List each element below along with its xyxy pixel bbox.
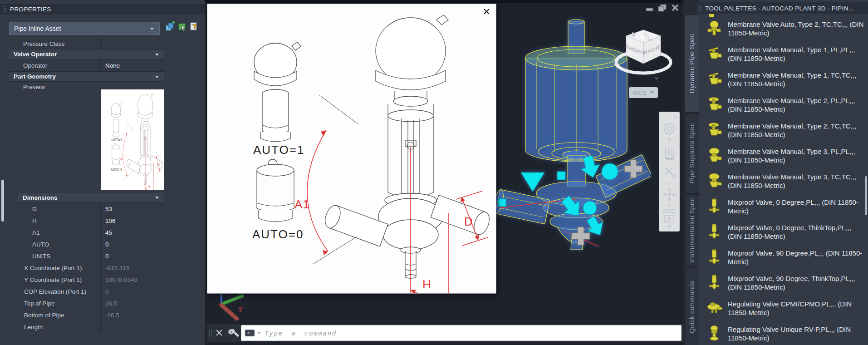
- tool-palette-item[interactable]: Regulating Valve Unique RV-P,PL,,, (DIN …: [702, 324, 866, 343]
- property-value: 45: [101, 229, 112, 236]
- valve-technical-drawing: AUTO=1 AUTO=0: [207, 4, 496, 293]
- tool-palette-item[interactable]: Mixproof Valve, 0 Degree,PL,,, (DIN 1185…: [702, 197, 866, 216]
- object-type-value: Pipe Inline Asset: [14, 25, 61, 32]
- wcs-label: WCS: [633, 89, 646, 96]
- chevron-down-icon[interactable]: [668, 205, 671, 207]
- property-label: Y Coordinate (Port 1): [18, 274, 101, 286]
- valve-icon: [706, 198, 722, 214]
- recent-commands-icon[interactable]: [257, 332, 261, 334]
- property-value: None: [101, 62, 120, 69]
- chevron-down-icon[interactable]: [668, 183, 671, 185]
- tool-palette-item[interactable]: Membrane Valve Manual, Type 3, TC,TC,,, …: [702, 172, 866, 191]
- property-row[interactable]: Length: [18, 321, 164, 333]
- select-objects-icon[interactable]: [179, 24, 185, 31]
- valve-icon: [706, 274, 722, 291]
- chevron-down-icon[interactable]: [668, 138, 671, 140]
- tool-palette-item-label: Mixproof Valve, 90 Degree, ThinkTop,PL,,…: [728, 274, 866, 291]
- section-part-geometry[interactable]: Part Geometry: [9, 71, 164, 82]
- compass-east[interactable]: E: [670, 57, 672, 61]
- section-valve-operator[interactable]: Valve Operator: [9, 49, 164, 59]
- palette-grip-icon[interactable]: [699, 5, 701, 11]
- close-window-icon[interactable]: [672, 5, 678, 10]
- navigation-wheel-icon[interactable]: [664, 123, 674, 133]
- tool-palette-item[interactable]: Membrane Valve Manual, Type 2, PL,PL,,, …: [702, 95, 866, 114]
- close-command-icon[interactable]: [216, 330, 222, 335]
- command-prompt-icon[interactable]: >_: [245, 330, 255, 336]
- property-label: Bottom of Pipe: [18, 309, 101, 321]
- property-value: -915.315: [101, 265, 129, 271]
- property-label: X Coordinate (Port 1): [18, 262, 101, 274]
- circle-grip[interactable]: [583, 201, 597, 215]
- minimize-icon[interactable]: [646, 8, 653, 11]
- tool-palette-item[interactable]: Mixproof Valve, 90 Degree, ThinkTop,PL,,…: [702, 273, 866, 292]
- palette-grip-icon[interactable]: [4, 6, 6, 12]
- tool-palette-item-label: Membrane Valve Manual, Type 2, TC,TC,,, …: [728, 122, 866, 139]
- viewcube[interactable]: W S E RIGHT FRONT TOP: [612, 24, 675, 83]
- property-row[interactable]: UNITS0: [26, 250, 164, 262]
- tab-dynamic-pipe-spec[interactable]: Dynamic Pipe Spec: [684, 15, 699, 113]
- square-grip[interactable]: [498, 199, 506, 207]
- catalog-preview-dialog: ✕ AUTO=1 AUTO=0: [207, 4, 496, 294]
- compass-south[interactable]: S: [655, 76, 657, 80]
- dim-a1-label: A1: [294, 197, 310, 211]
- wcs-selector[interactable]: WCS: [629, 87, 658, 98]
- showmotion-thumbnails-icon[interactable]: [663, 209, 675, 212]
- navigation-bar-icons: [659, 112, 679, 231]
- property-row[interactable]: AUTO0: [26, 238, 164, 251]
- property-row[interactable]: COP Elevation (Port 1)0: [18, 286, 164, 298]
- circle-grip[interactable]: [602, 163, 618, 180]
- tool-palette-item[interactable]: Membrane Valve Manual, Type 1, TC,TC,,, …: [702, 70, 866, 89]
- tab-pipe-supports-spec[interactable]: Pipe Supports Spec: [684, 113, 699, 193]
- command-input[interactable]: [264, 329, 677, 337]
- properties-titlebar[interactable]: PROPERTIES: [0, 4, 212, 15]
- property-row[interactable]: Operator None: [17, 59, 164, 72]
- property-row[interactable]: Pressure Class: [17, 39, 164, 49]
- tool-palette-item[interactable]: Mixproof Valve, 90 Degree,PL,,, (DIN 118…: [702, 248, 866, 267]
- tool-palette-item[interactable]: Membrane Valve Manual, Type 2, TC,TC,,, …: [702, 121, 866, 140]
- orbit-icon[interactable]: [663, 189, 675, 201]
- tool-palette-item[interactable]: Mixproof Valve, 0 Degree, ThinkTop,PL,,,…: [702, 222, 866, 242]
- navbar-ellipsis-icon[interactable]: [668, 225, 671, 228]
- property-value: 0: [101, 288, 109, 295]
- chevron-down-icon: [155, 76, 159, 78]
- tool-palette-item[interactable]: Membrane Valve Manual, Type 3, PL,PL,,, …: [702, 146, 866, 165]
- tool-palette-item-label: Mixproof Valve, 0 Degree,PL,,, (DIN 1185…: [728, 198, 866, 215]
- compass-west[interactable]: W: [613, 61, 617, 66]
- properties-scrollbar[interactable]: [1, 180, 4, 222]
- command-bar-grip-icon[interactable]: [209, 330, 212, 336]
- customize-wrench-icon[interactable]: [228, 329, 240, 337]
- tab-quick-commands[interactable]: Quick commands: [684, 268, 699, 345]
- property-row[interactable]: Y Coordinate (Port 1)10078.0848: [18, 274, 164, 286]
- preview-row-label: Preview: [23, 84, 45, 90]
- tool-palette-item[interactable]: Regulating Valve CPMI/CPMO,PL,,, (DIN 11…: [702, 299, 866, 318]
- showmotion-play-icon[interactable]: [665, 215, 674, 222]
- property-row[interactable]: H106: [26, 215, 164, 227]
- property-label: Length: [18, 321, 101, 333]
- dialog-close-icon[interactable]: ✕: [482, 7, 490, 16]
- tool-palette-scrollbar[interactable]: [865, 176, 867, 215]
- property-row[interactable]: X Coordinate (Port 1)-915.315: [18, 262, 164, 274]
- dim-h-label: H: [422, 277, 432, 291]
- tool-palette-item[interactable]: Membrane Valve Manual, Type 1, PL,PL,,, …: [702, 44, 866, 64]
- property-row[interactable]: Top of Pipe26.5: [18, 297, 164, 310]
- property-row[interactable]: Bottom of Pipe-26.5: [18, 309, 164, 321]
- tool-palette-item[interactable]: Membrane Valve Auto, Type 2, TC,TC,,, (D…: [702, 19, 866, 38]
- navbar-close-icon[interactable]: [674, 116, 677, 119]
- tab-label: Dynamic Pipe Spec: [688, 34, 696, 94]
- restore-icon[interactable]: [658, 5, 666, 11]
- property-value: 10078.0848: [101, 276, 137, 283]
- tab-instrumentation-spec[interactable]: Instrumentation Spec: [684, 194, 699, 267]
- tool-palettes-titlebar[interactable]: TOOL PALETTES - AUTOCAD PLANT 3D - PIPIN…: [695, 2, 868, 14]
- square-grip[interactable]: [557, 172, 565, 180]
- tab-label: Instrumentation Spec: [688, 198, 696, 263]
- pan-hand-icon[interactable]: [665, 148, 674, 161]
- command-input-wrapper: >_: [241, 325, 682, 341]
- object-type-dropdown[interactable]: Pipe Inline Asset: [9, 22, 160, 35]
- property-row[interactable]: D53: [26, 203, 164, 215]
- section-dimensions[interactable]: Dimensions: [18, 192, 164, 203]
- quick-select-icon[interactable]: [191, 23, 197, 30]
- property-value: 0: [101, 253, 109, 260]
- property-row[interactable]: A145: [26, 227, 164, 239]
- pickadd-toggle-icon[interactable]: [166, 21, 175, 31]
- zoom-icon[interactable]: [665, 168, 677, 178]
